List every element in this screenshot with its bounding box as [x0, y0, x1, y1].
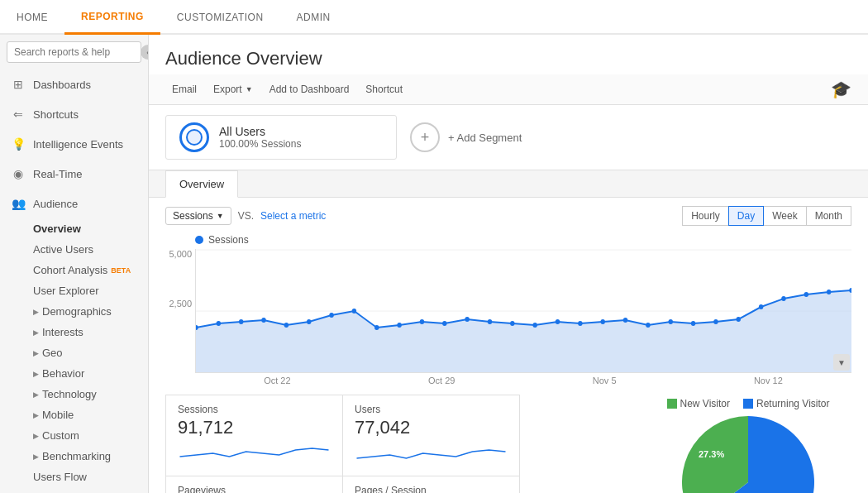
stats-grid: Sessions 91,712 Users 77,042 Pagev: [165, 395, 645, 493]
chart-x-labels: Oct 22 Oct 29 Nov 5 Nov 12: [195, 373, 851, 388]
svg-point-6: [284, 323, 289, 328]
y-label-mid: 2,500: [169, 299, 192, 309]
sidebar-item-overview[interactable]: Overview: [0, 218, 148, 239]
svg-point-25: [713, 319, 718, 324]
all-users-segment[interactable]: All Users 100.00% Sessions: [165, 115, 397, 160]
sidebar-item-custom[interactable]: ▶ Custom: [0, 425, 148, 446]
top-nav: HOME REPORTING CUSTOMIZATION ADMIN: [0, 0, 868, 35]
svg-point-21: [623, 318, 627, 323]
pie-legend-new-visitor: New Visitor: [667, 398, 730, 409]
stat-value-users: 77,042: [355, 417, 508, 438]
returning-visitor-color: [743, 399, 753, 409]
page-title: Audience Overview: [165, 48, 851, 69]
add-segment-circle: +: [410, 122, 440, 152]
x-label-oct22: Oct 22: [264, 376, 290, 385]
content-header: Audience Overview: [149, 35, 868, 74]
new-visitor-pct: 27.3%: [699, 449, 724, 459]
stat-label-pages-session: Pages / Session: [355, 485, 508, 493]
pie-legend: New Visitor Returning Visitor: [667, 398, 830, 409]
sidebar-item-user-explorer[interactable]: User Explorer: [0, 280, 148, 301]
vs-label: VS.: [238, 210, 254, 222]
content-area: Audience Overview Email Export ▼ Add to …: [149, 35, 868, 493]
svg-point-11: [397, 323, 401, 328]
svg-point-5: [261, 318, 265, 323]
svg-point-16: [510, 321, 514, 326]
svg-point-29: [804, 292, 808, 297]
svg-point-4: [239, 319, 243, 324]
tab-overview[interactable]: Overview: [165, 170, 238, 198]
sidebar-item-technology[interactable]: ▶ Technology: [0, 384, 148, 404]
svg-point-30: [827, 290, 831, 294]
svg-point-24: [691, 321, 695, 326]
x-label-nov5: Nov 5: [593, 376, 617, 385]
new-visitor-color: [667, 399, 677, 409]
time-btn-month[interactable]: Month: [806, 206, 851, 226]
sidebar-item-active-users[interactable]: Active Users: [0, 239, 148, 260]
add-segment-button[interactable]: + + Add Segment: [410, 122, 522, 152]
svg-point-27: [759, 304, 763, 309]
sidebar-item-shortcuts[interactable]: ⇐ Shortcuts: [0, 99, 148, 129]
sparkline-users: [355, 442, 508, 465]
beta-badge: BETA: [111, 266, 131, 275]
svg-point-3: [217, 321, 221, 326]
add-to-dashboard-button[interactable]: Add to Dashboard: [263, 80, 356, 98]
shortcut-button[interactable]: Shortcut: [359, 80, 409, 98]
export-dropdown-icon: ▼: [246, 85, 253, 93]
sidebar-item-intelligence[interactable]: 💡 Intelligence Events: [0, 129, 148, 159]
sidebar-item-dashboards[interactable]: ⊞ Dashboards: [0, 69, 148, 99]
svg-point-9: [352, 309, 356, 314]
stat-value-sessions: 91,712: [178, 417, 331, 438]
sidebar-item-cohort-analysis[interactable]: Cohort Analysis BETA: [0, 260, 148, 280]
nav-item-home[interactable]: HOME: [0, 0, 64, 35]
chart-controls: Sessions ▼ VS. Select a metric Hourly Da…: [149, 198, 868, 234]
segment-circle: [179, 122, 209, 152]
stat-label-sessions: Sessions: [178, 404, 331, 415]
sidebar-item-realtime[interactable]: ◉ Real-Time: [0, 159, 148, 189]
sidebar-item-behavior[interactable]: ▶ Behavior: [0, 363, 148, 384]
chart-container: ▼: [195, 249, 851, 373]
svg-point-20: [600, 319, 604, 324]
sidebar-item-audience[interactable]: 👥 Audience: [0, 189, 148, 218]
time-btn-day[interactable]: Day: [728, 206, 764, 226]
svg-point-8: [329, 313, 333, 318]
stat-card-users: Users 77,042: [342, 395, 520, 476]
metric-select[interactable]: Sessions ▼: [165, 207, 231, 225]
time-button-group: Hourly Day Week Month: [682, 206, 851, 226]
select-metric-link[interactable]: Select a metric: [260, 210, 326, 222]
stat-label-pageviews: Pageviews: [178, 485, 331, 493]
sidebar-item-demographics[interactable]: ▶ Demographics: [0, 301, 148, 322]
pie-legend-returning-visitor: Returning Visitor: [743, 398, 830, 409]
search-input[interactable]: [7, 41, 141, 63]
time-btn-week[interactable]: Week: [763, 206, 806, 226]
svg-point-10: [374, 325, 379, 330]
time-btn-hourly[interactable]: Hourly: [682, 206, 729, 226]
svg-point-15: [488, 319, 492, 324]
segment-name: All Users: [219, 125, 301, 138]
svg-point-13: [442, 321, 446, 326]
intelligence-icon: 💡: [10, 136, 26, 152]
chart-legend: Sessions: [195, 234, 851, 246]
bottom-section: Sessions 91,712 Users 77,042 Pagev: [149, 395, 868, 493]
svg-point-22: [646, 323, 650, 328]
svg-point-14: [465, 317, 469, 322]
sidebar-item-geo[interactable]: ▶ Geo: [0, 342, 148, 363]
realtime-icon: ◉: [10, 165, 26, 182]
svg-point-28: [781, 296, 785, 301]
hat-icon[interactable]: 🎓: [831, 79, 851, 99]
pie-section: New Visitor Returning Visitor 27: [645, 395, 851, 493]
sidebar-item-mobile[interactable]: ▶ Mobile: [0, 404, 148, 425]
nav-item-reporting[interactable]: REPORTING: [64, 0, 160, 35]
svg-point-18: [556, 319, 560, 324]
email-button[interactable]: Email: [165, 80, 203, 98]
y-label-top: 5,000: [169, 249, 192, 259]
export-button[interactable]: Export ▼: [207, 80, 260, 98]
segment-sessions: 100.00% Sessions: [219, 138, 301, 150]
sidebar-item-interests[interactable]: ▶ Interests: [0, 322, 148, 342]
sidebar-item-users-flow[interactable]: Users Flow: [0, 467, 148, 487]
sidebar-item-benchmarking[interactable]: ▶ Benchmarking: [0, 446, 148, 467]
stat-card-pageviews: Pageviews 237,008: [165, 476, 343, 493]
x-label-oct29: Oct 29: [428, 376, 455, 385]
metric-dropdown-icon: ▼: [217, 212, 224, 220]
nav-item-admin[interactable]: ADMIN: [280, 0, 347, 35]
nav-item-customization[interactable]: CUSTOMIZATION: [160, 0, 280, 35]
